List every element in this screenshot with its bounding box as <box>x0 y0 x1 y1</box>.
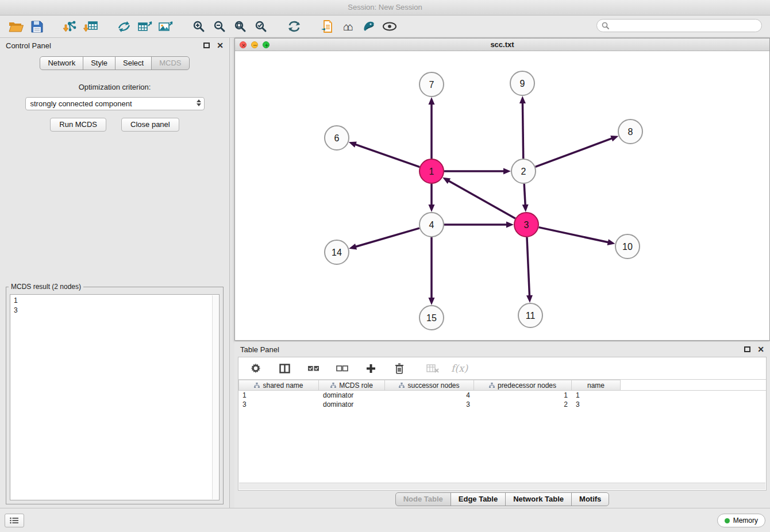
table-row[interactable]: 1 dominator 4 1 1 <box>238 391 766 400</box>
tab-select[interactable]: Select <box>115 56 152 70</box>
task-history-button[interactable] <box>5 514 24 527</box>
table-row[interactable]: 3 dominator 3 2 3 <box>238 400 766 409</box>
cell-predecessor-nodes[interactable]: 1 <box>474 391 572 400</box>
houses-icon: ⌂⌂ <box>343 21 353 32</box>
trash-icon <box>395 363 404 374</box>
result-scrollbar[interactable] <box>212 295 218 499</box>
network-table-button[interactable] <box>134 17 155 36</box>
zoom-out-button[interactable] <box>209 17 230 36</box>
search-icon <box>602 22 609 29</box>
graph-edge-arrowhead <box>349 141 357 147</box>
table-panel-title: Table Panel <box>240 345 279 354</box>
table-header-row: shared name MCDS role successor nodes pr… <box>238 379 766 391</box>
horizontal-scrollbar[interactable] <box>239 483 765 489</box>
control-panel-tabs: Network Style Select MCDS <box>0 56 229 70</box>
graph-edge-3-11[interactable] <box>527 237 530 296</box>
export-image-button[interactable] <box>155 17 176 36</box>
cell-successor-nodes[interactable]: 3 <box>385 400 474 409</box>
close-panel-button[interactable]: Close panel <box>121 118 179 132</box>
cell-mcds-role[interactable]: dominator <box>319 400 385 409</box>
cell-mcds-role[interactable]: dominator <box>319 391 385 400</box>
tab-network[interactable]: Network <box>40 56 83 70</box>
search-field[interactable] <box>596 19 762 32</box>
column-label: shared name <box>263 381 303 390</box>
cell-shared-name[interactable]: 1 <box>238 391 319 400</box>
float-panel-icon[interactable] <box>203 43 210 48</box>
tab-mcds[interactable]: MCDS <box>151 56 189 70</box>
graph-edge-arrowhead <box>429 97 435 105</box>
column-visibility-button[interactable] <box>274 359 295 377</box>
network-arrows-icon <box>117 20 131 33</box>
network-branch-button[interactable] <box>114 17 134 36</box>
zoom-in-button[interactable] <box>188 17 209 36</box>
close-table-panel-icon[interactable]: ✕ <box>757 345 764 353</box>
graph-edge-2-8[interactable] <box>536 138 613 167</box>
zoom-fit-button[interactable] <box>230 17 251 36</box>
graph-edge-2-9[interactable] <box>522 102 523 159</box>
window-minimize-icon[interactable] <box>251 41 258 48</box>
column-header-predecessor-nodes[interactable]: predecessor nodes <box>474 380 572 391</box>
window-zoom-icon[interactable] <box>263 41 270 48</box>
column-header-name[interactable]: name <box>572 380 621 391</box>
tab-node-table[interactable]: Node Table <box>395 492 451 506</box>
mcds-result-title: MCDS result (2 nodes) <box>9 283 83 291</box>
graph-edge-arrowhead <box>526 295 533 303</box>
cell-name[interactable]: 1 <box>572 391 621 400</box>
open-session-button[interactable] <box>6 17 26 36</box>
memory-button[interactable]: Memory <box>717 514 765 527</box>
folder-open-icon <box>9 21 24 33</box>
cell-shared-name[interactable]: 3 <box>238 400 319 409</box>
save-session-button[interactable] <box>26 17 47 36</box>
column-header-successor-nodes[interactable]: successor nodes <box>385 380 474 391</box>
home-overview-button[interactable]: ⌂⌂ <box>338 17 359 36</box>
table-tabs: Node Table Edge Table Network Table Moti… <box>234 492 770 506</box>
tab-style[interactable]: Style <box>83 56 116 70</box>
mcds-result-list[interactable]: 1 3 <box>10 294 220 500</box>
cell-predecessor-nodes[interactable]: 2 <box>474 400 572 409</box>
tab-edge-table[interactable]: Edge Table <box>451 492 506 506</box>
tab-motifs[interactable]: Motifs <box>571 492 609 506</box>
tab-network-table[interactable]: Network Table <box>505 492 572 506</box>
float-table-panel-icon[interactable] <box>744 346 750 352</box>
cell-name[interactable]: 3 <box>572 400 621 409</box>
graph-node-label-10: 10 <box>622 242 633 252</box>
cell-successor-nodes[interactable]: 4 <box>385 391 474 400</box>
graph-edge-3-10[interactable] <box>539 228 609 242</box>
import-table-button[interactable] <box>80 17 101 36</box>
table-toolbar: f(x) <box>238 357 766 379</box>
graph-edge-2-3[interactable] <box>524 184 525 206</box>
column-header-shared-name[interactable]: shared name <box>238 380 319 391</box>
graph-edge-3-1[interactable] <box>448 180 515 218</box>
refresh-button[interactable] <box>284 17 305 36</box>
run-mcds-button[interactable]: Run MCDS <box>50 118 106 132</box>
main-toolbar: ⌂⌂ <box>0 16 770 38</box>
zoom-selected-button[interactable] <box>251 17 271 36</box>
graph-edge-arrowhead <box>506 222 514 228</box>
delete-table-button <box>422 359 443 377</box>
graph-edge-1-6[interactable] <box>355 144 419 167</box>
graph-edge-4-14[interactable] <box>355 228 419 247</box>
table-settings-button[interactable] <box>245 359 266 377</box>
criterion-dropdown[interactable]: strongly connected component <box>25 97 205 110</box>
delete-column-button[interactable] <box>389 359 410 377</box>
column-header-mcds-role[interactable]: MCDS role <box>319 380 385 391</box>
graph-edge-arrowhead <box>349 244 357 250</box>
select-all-button[interactable] <box>303 359 324 377</box>
network-canvas[interactable]: 7968124314101511 <box>235 51 769 340</box>
refresh-icon <box>287 20 301 33</box>
network-view-window: scc.txt 7968124314101511 <box>234 38 770 341</box>
save-icon <box>31 21 43 33</box>
window-title: Session: New Session <box>0 0 770 16</box>
close-panel-icon[interactable]: ✕ <box>217 41 224 49</box>
show-hide-button[interactable] <box>379 17 400 36</box>
search-input[interactable] <box>612 21 757 30</box>
copy-style-button[interactable] <box>317 17 338 36</box>
graph-edge-arrowhead <box>522 205 529 212</box>
column-label: name <box>587 381 605 390</box>
import-network-button[interactable] <box>60 17 80 36</box>
add-column-button[interactable] <box>360 359 381 377</box>
window-close-icon[interactable] <box>240 41 247 48</box>
memory-label: Memory <box>733 516 758 525</box>
deselect-all-button[interactable] <box>332 359 352 377</box>
apply-style-button[interactable] <box>359 17 379 36</box>
